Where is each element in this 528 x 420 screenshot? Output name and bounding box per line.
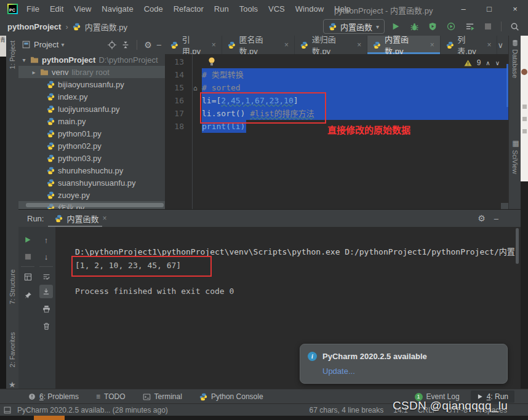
line-number: 15	[174, 81, 184, 94]
tree-item-file[interactable]: main.py	[18, 115, 165, 127]
breadcrumb-file[interactable]: 内置函数.py	[85, 21, 127, 33]
update-link[interactable]: Update...	[322, 367, 355, 376]
menu-code[interactable]: Code	[144, 4, 163, 14]
menu-tools[interactable]: Tools	[239, 4, 258, 14]
tab-nimingfunc[interactable]: 匿名函数.py×	[222, 36, 295, 54]
rerun-button[interactable]	[21, 233, 34, 247]
toolwindow-python-console-button[interactable]: Python Console	[199, 392, 263, 401]
console-scrollbar[interactable]	[516, 228, 519, 264]
tree-collapsed-icon[interactable]: ▸	[31, 69, 37, 76]
toolwindow-toggle-icon[interactable]	[4, 406, 11, 414]
tree-item-file[interactable]: python03.py	[18, 152, 165, 164]
trash-icon[interactable]	[39, 319, 53, 333]
run-configuration-select[interactable]: 内置函数 ▾	[323, 19, 385, 34]
menu-navigate[interactable]: Navigate	[102, 4, 133, 14]
update-notification[interactable]: i PyCharm 2020.2.5 available Update...	[300, 344, 508, 384]
warning-icon	[464, 60, 472, 66]
tab-diguifunc[interactable]: 递归函数.py×	[295, 36, 367, 54]
tree-item-file[interactable]: python02.py	[18, 140, 165, 152]
tree-item-file[interactable]: index.py	[18, 90, 165, 103]
run-tab[interactable]: 内置函数 ×	[55, 213, 106, 224]
close-icon[interactable]: ×	[357, 41, 361, 49]
project-panel-title[interactable]: Project	[34, 40, 58, 49]
prev-warning-icon[interactable]: ∧	[486, 57, 490, 69]
maximize-button[interactable]: □	[476, 0, 502, 17]
chevron-down-icon[interactable]: ▾	[61, 41, 64, 48]
horizontal-scrollbar[interactable]	[26, 203, 164, 207]
down-stack-icon[interactable]: ↓	[39, 250, 53, 263]
minimize-button[interactable]: –	[450, 0, 476, 17]
up-stack-icon[interactable]: ↑	[39, 233, 53, 247]
toolbar-divider	[21, 266, 34, 267]
run-button[interactable]	[388, 20, 403, 33]
inspections-widget[interactable]: 9 ∧ ∨	[464, 57, 500, 69]
tab-neizhifunc-active[interactable]: 内置函数.py×	[367, 36, 440, 54]
breadcrumb-project[interactable]: pythonProject	[7, 22, 61, 31]
restore-layout-button[interactable]	[21, 270, 34, 283]
tree-item-file[interactable]: suanshuyunsuanfu.py	[18, 176, 165, 189]
close-icon[interactable]: ×	[487, 41, 491, 49]
print-icon[interactable]	[39, 302, 53, 315]
next-warning-icon[interactable]: ∨	[495, 57, 500, 69]
close-icon[interactable]: ×	[430, 41, 434, 49]
tab-yinyong[interactable]: 引用.py×	[165, 36, 222, 54]
tree-item-venv[interactable]: ▸ venv library root	[18, 66, 165, 78]
hide-panel-icon[interactable]: –	[157, 40, 161, 49]
code-editor[interactable]: 13 14 15 16 17 18 ⌂ # 类型转换 # sorted li=[…	[165, 54, 508, 209]
toolwindow-problems-button[interactable]: 6: 6: ProblemsProblems	[28, 392, 79, 401]
tree-item-file[interactable]: luojiyunsuanfu.py	[18, 103, 165, 115]
tree-item-file[interactable]: zuoye.py	[18, 189, 165, 201]
close-icon[interactable]: ×	[284, 41, 289, 49]
menu-vcs[interactable]: VCS	[268, 4, 285, 14]
intention-bulb-icon[interactable]	[208, 57, 215, 66]
database-icon	[511, 39, 519, 47]
collapse-all-icon[interactable]	[121, 41, 130, 49]
run-with-options-button[interactable]	[462, 20, 477, 33]
toolwindow-sciview-button[interactable]: SciView	[511, 150, 519, 174]
tab-list-chevron-icon[interactable]: ∨	[497, 36, 508, 54]
close-icon[interactable]: ×	[212, 41, 216, 49]
menu-edit[interactable]: Edit	[50, 4, 63, 14]
menu-refactor[interactable]: Refactor	[174, 4, 204, 14]
menu-file[interactable]: File	[26, 4, 39, 14]
debug-button[interactable]	[407, 20, 422, 33]
gear-icon[interactable]: ⚙	[144, 40, 152, 50]
toolwindow-todo-button[interactable]: ≡ TODO	[96, 392, 125, 401]
tab-liebiao[interactable]: 列表.py×	[441, 36, 498, 54]
watermark: CSDN @qianqqqq_lu	[393, 399, 528, 413]
locate-file-icon[interactable]	[108, 41, 116, 49]
line-number: 13	[174, 55, 184, 68]
tree-item-label: python03.py	[58, 154, 102, 163]
scroll-to-end-icon[interactable]	[39, 285, 53, 298]
left-toolwindow-stripe: 1: Project 7: Structure 2: Favorites ★	[6, 36, 19, 389]
grid-icon: ▦	[511, 139, 520, 148]
soft-wrap-icon[interactable]	[39, 270, 53, 283]
toolwindow-database-button[interactable]: Database	[511, 49, 519, 78]
tree-item-root[interactable]: ▾ pythonProject D:\pythonProject	[18, 53, 165, 66]
menu-window[interactable]: Window	[295, 4, 324, 14]
menu-run[interactable]: Run	[214, 4, 229, 14]
close-icon[interactable]: ×	[102, 214, 106, 223]
run-with-coverage-button[interactable]	[425, 20, 440, 33]
pin-icon[interactable]	[21, 288, 34, 302]
profiler-button[interactable]	[444, 20, 458, 33]
tree-item-file[interactable]: bijiaoyunsuanfu.py	[18, 78, 165, 90]
toolwindow-structure-button[interactable]: 7: Structure	[9, 269, 16, 304]
run-tab-label: 内置函数	[66, 213, 98, 224]
close-button[interactable]: ×	[502, 0, 528, 17]
toolwindow-favorites-button[interactable]: 2: Favorites	[9, 332, 16, 367]
menu-view[interactable]: View	[74, 4, 91, 14]
line-number: 16	[174, 94, 184, 107]
tree-item-file[interactable]: shuruheshuchu.py	[18, 164, 165, 176]
hide-panel-icon[interactable]: –	[494, 214, 498, 223]
search-everywhere-icon[interactable]	[507, 20, 522, 33]
toolwindow-terminal-button[interactable]: Terminal	[143, 392, 182, 401]
tree-item-file[interactable]: python01.py	[18, 127, 165, 140]
tree-expanded-icon[interactable]: ▾	[21, 57, 27, 63]
toolwindow-project-button[interactable]: 1: Project	[9, 41, 16, 69]
chevron-down-icon: ▾	[376, 23, 379, 30]
gutter-bookmark-icon[interactable]: ⌂	[193, 82, 198, 95]
python-file-icon	[228, 41, 236, 49]
gear-icon[interactable]: ⚙	[478, 213, 486, 223]
status-message[interactable]: PyCharm 2020.2.5 availab... (28 minutes …	[17, 406, 168, 414]
